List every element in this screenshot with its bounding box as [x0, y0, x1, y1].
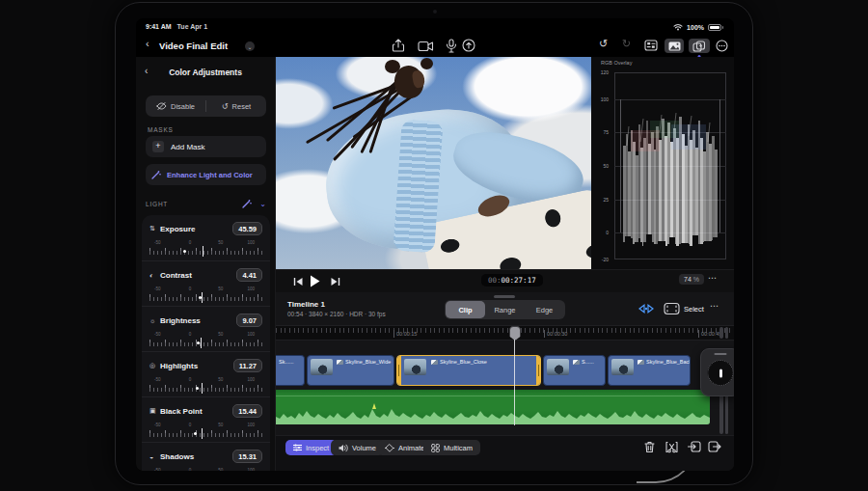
battery-percent: 100% [687, 24, 704, 31]
timeline-ruler[interactable]: 00:00:15 00:00:30 00:00:45 [276, 325, 734, 341]
slider-shadows: ◒Shadows15.31 -50050100 [142, 442, 270, 471]
contrast-value[interactable]: 4.41 [236, 268, 262, 282]
exposure-slider[interactable]: -50050100 [149, 240, 262, 257]
volume-button[interactable]: Volume [331, 440, 384, 455]
slider-handle[interactable] [202, 428, 203, 439]
jog-wheel[interactable] [700, 348, 734, 396]
mode-edge[interactable]: Edge [525, 301, 564, 318]
timeline-more-icon[interactable]: ⋯ [710, 301, 719, 311]
inspector-icon[interactable] [644, 40, 658, 51]
back-button[interactable]: ‹ [146, 38, 149, 49]
black-point-value[interactable]: 15.44 [232, 404, 262, 418]
slider-name: Shadows [160, 452, 194, 461]
trim-handle-left[interactable] [396, 355, 401, 386]
magnetic-timeline-icon[interactable] [638, 302, 654, 315]
viewer-zoom-control[interactable]: 74 % [679, 274, 704, 285]
timeline-meta: 00:54 · 3840 × 2160 · HDR · 30 fps [287, 311, 386, 317]
media-browser-icon[interactable] [665, 39, 684, 53]
slider-handle[interactable] [202, 292, 203, 303]
slider-handle[interactable] [201, 338, 203, 348]
scale-label: -50 [154, 240, 161, 245]
enhance-button[interactable]: Enhance Light and Color [146, 164, 266, 185]
play-button[interactable] [310, 275, 320, 287]
blade-cut-icon[interactable] [665, 441, 678, 453]
audio-keyframe-marker [372, 403, 376, 409]
undo-icon[interactable]: ↺ [599, 38, 608, 50]
ruler-timecode: 00:00:30 [544, 330, 567, 338]
brightness-slider[interactable]: -50050100 [149, 332, 262, 348]
camera-icon[interactable] [418, 41, 434, 52]
multicam-button[interactable]: Multicam [423, 440, 480, 455]
timeline-clip-selected[interactable]: Skyline_Blue_Close [396, 355, 541, 386]
reset-button[interactable]: ↺ Reset [206, 102, 266, 111]
brightness-icon: ☼ [149, 317, 160, 324]
slider-handle[interactable] [202, 383, 203, 394]
light-label: LIGHT [146, 201, 168, 207]
highlights-slider[interactable]: -50050100 [149, 377, 262, 394]
scale-label: 100 [248, 240, 256, 245]
slider-handle[interactable] [203, 246, 204, 257]
timecode-display[interactable]: 00:00:27:17 [481, 274, 543, 286]
photo-icon [431, 360, 438, 365]
next-frame-icon[interactable] [330, 277, 341, 286]
front-camera [433, 10, 437, 14]
insert-clip-icon[interactable] [688, 441, 701, 452]
clock: 9:41 AM [146, 23, 172, 30]
disable-button[interactable]: Disable [146, 102, 205, 111]
scale-label: 0 [189, 286, 192, 291]
auto-enhance-icon[interactable] [242, 199, 252, 208]
timeline-clip[interactable]: Skyline_Blue_Backgrou [608, 355, 691, 386]
scale-label: 100 [248, 286, 256, 291]
black-point-slider[interactable]: -50050100 [149, 423, 262, 439]
audio-track[interactable] [276, 390, 710, 424]
record-icon[interactable] [462, 39, 475, 52]
ruler-timecode: 00:00:15 [393, 330, 417, 338]
slider-dot [194, 432, 197, 435]
collapse-chevron-icon[interactable]: ⌄ [259, 200, 266, 208]
timeline-clip[interactable]: Sk...... [276, 355, 305, 386]
mode-range[interactable]: Range [485, 301, 525, 318]
more-options-icon[interactable] [716, 40, 728, 52]
redo-icon[interactable]: ↻ [622, 38, 631, 50]
ruler-scrollbar[interactable] [719, 327, 728, 339]
plus-icon: + [152, 141, 164, 152]
previous-frame-icon[interactable] [292, 277, 304, 286]
exposure-value[interactable]: 45.59 [232, 222, 262, 235]
color-adjustments-icon[interactable] [689, 39, 710, 53]
contrast-slider[interactable]: -50050100 [149, 286, 262, 303]
ipad-device: 9:41 AM Tue Apr 1 100% ‹ Video Final Edi… [115, 2, 753, 485]
export-icon[interactable] [392, 39, 405, 53]
timeline-clip[interactable]: Skyline_Blue_Wide [307, 355, 394, 386]
panel-drag-handle[interactable] [494, 295, 515, 298]
keyframe-icon [385, 444, 394, 452]
mode-clip[interactable]: Clip [446, 301, 485, 318]
delete-clip-icon[interactable] [644, 441, 655, 453]
trim-handle-right[interactable] [536, 355, 541, 386]
jog-dial[interactable] [708, 360, 734, 386]
viewer-more-icon[interactable]: ⋯ [708, 273, 717, 283]
panel-title: Color Adjustments [136, 68, 275, 77]
timeline-clip[interactable]: S...... [543, 355, 606, 386]
edit-mode-segmented-control: Clip Range Edge [445, 300, 565, 319]
highlights-value[interactable]: 11.27 [233, 359, 262, 372]
overwrite-clip-icon[interactable] [708, 441, 721, 452]
microphone-icon[interactable] [446, 39, 457, 53]
project-menu-chevron-icon[interactable]: ⌄ [245, 41, 255, 51]
scope-tick: 100 [601, 96, 609, 102]
shadows-slider[interactable]: -50050100 [149, 468, 262, 471]
scale-label: -50 [154, 332, 161, 337]
viewer-video-preview [276, 57, 591, 269]
playhead-line [514, 340, 515, 425]
clip-browser-icon[interactable] [664, 302, 680, 315]
add-mask-button[interactable]: + Add Mask [146, 136, 266, 157]
shadows-value[interactable]: 15.31 [232, 450, 262, 463]
slider-brightness: ☼Brightness9.07 -50050100 [142, 306, 270, 351]
magic-wand-icon [151, 170, 161, 179]
select-tool-label[interactable]: Select [684, 305, 704, 314]
inspect-button[interactable]: Inspect [285, 440, 337, 455]
photo-icon [337, 360, 343, 365]
exposure-icon: ⇅ [149, 225, 160, 232]
brightness-value[interactable]: 9.07 [236, 314, 262, 327]
timecode-value: 00:27:17 [502, 276, 536, 285]
jog-drag-handle[interactable] [715, 353, 727, 355]
